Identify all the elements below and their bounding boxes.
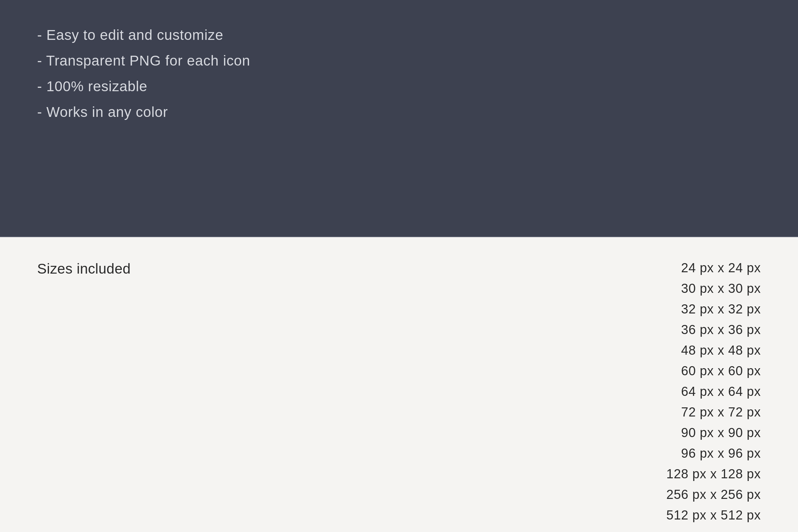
- size-item-5: 60 px x 60 px: [681, 364, 761, 378]
- feature-item-3: - Works in any color: [37, 104, 761, 120]
- feature-list: - Easy to edit and customize- Transparen…: [37, 27, 761, 120]
- sizes-list: 24 px x 24 px30 px x 30 px32 px x 32 px3…: [666, 261, 761, 522]
- size-item-12: 512 px x 512 px: [666, 508, 761, 522]
- bottom-section: Sizes included 24 px x 24 px30 px x 30 p…: [0, 237, 798, 532]
- size-item-6: 64 px x 64 px: [681, 384, 761, 399]
- feature-item-1: - Transparent PNG for each icon: [37, 53, 761, 69]
- size-item-7: 72 px x 72 px: [681, 405, 761, 419]
- sizes-label: Sizes included: [37, 261, 131, 277]
- size-item-10: 128 px x 128 px: [666, 467, 761, 481]
- size-item-2: 32 px x 32 px: [681, 302, 761, 317]
- size-item-8: 90 px x 90 px: [681, 425, 761, 440]
- size-item-0: 24 px x 24 px: [681, 261, 761, 275]
- feature-item-2: - 100% resizable: [37, 78, 761, 95]
- top-section: - Easy to edit and customize- Transparen…: [0, 0, 798, 236]
- size-item-9: 96 px x 96 px: [681, 446, 761, 461]
- size-item-3: 36 px x 36 px: [681, 323, 761, 337]
- size-item-4: 48 px x 48 px: [681, 343, 761, 358]
- feature-item-0: - Easy to edit and customize: [37, 27, 761, 43]
- size-item-1: 30 px x 30 px: [681, 281, 761, 296]
- size-item-11: 256 px x 256 px: [666, 488, 761, 502]
